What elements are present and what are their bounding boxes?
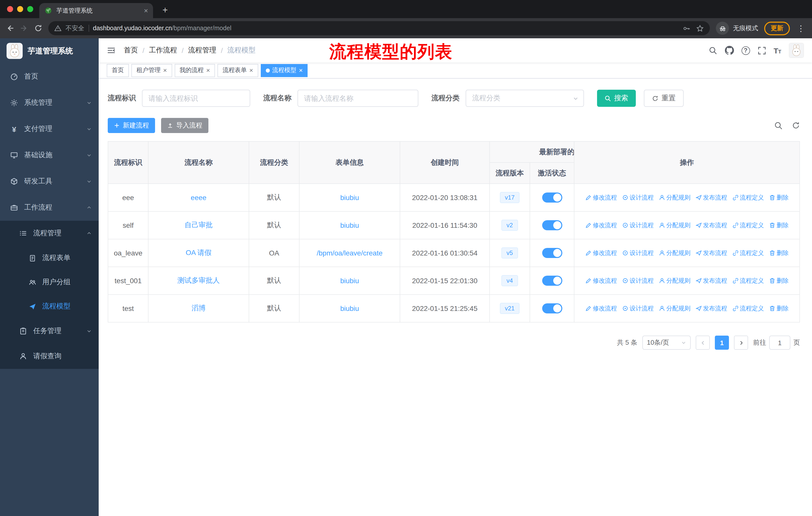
action-design-process[interactable]: 设计流程 bbox=[622, 193, 654, 202]
action-edit-process[interactable]: 修改流程 bbox=[585, 276, 617, 285]
action-process-definition[interactable]: 流程定义 bbox=[732, 193, 764, 202]
action-delete[interactable]: 删除 bbox=[769, 193, 789, 202]
forward-icon[interactable] bbox=[20, 24, 28, 32]
tag-home[interactable]: 首页 bbox=[107, 64, 129, 77]
reload-icon[interactable] bbox=[34, 24, 42, 32]
form-link[interactable]: biubiu bbox=[340, 221, 359, 229]
sidebar-item-process-model[interactable]: 流程模型 bbox=[0, 294, 99, 319]
close-icon[interactable]: × bbox=[249, 67, 253, 74]
action-design-process[interactable]: 设计流程 bbox=[622, 221, 654, 229]
tag-process-model[interactable]: 流程模型× bbox=[261, 64, 308, 77]
process-name-link[interactable]: 滔博 bbox=[192, 304, 206, 312]
action-edit-process[interactable]: 修改流程 bbox=[585, 221, 617, 229]
breadcrumb-workflow[interactable]: 工作流程 bbox=[149, 46, 177, 55]
breadcrumb-process-mgmt[interactable]: 流程管理 bbox=[188, 46, 216, 55]
search-button[interactable]: 搜索 bbox=[597, 90, 636, 107]
category-select[interactable]: 流程分类 bbox=[466, 90, 584, 107]
page-size-select[interactable]: 10条/页 bbox=[642, 335, 691, 350]
tag-my-process[interactable]: 我的流程× bbox=[174, 64, 215, 77]
action-publish-process[interactable]: 发布流程 bbox=[695, 276, 727, 285]
action-edit-process[interactable]: 修改流程 bbox=[585, 193, 617, 202]
action-publish-process[interactable]: 发布流程 bbox=[695, 221, 727, 229]
process-id-input[interactable] bbox=[142, 90, 250, 107]
chrome-update-button[interactable]: 更新 bbox=[764, 21, 790, 35]
action-publish-process[interactable]: 发布流程 bbox=[695, 304, 727, 313]
action-process-definition[interactable]: 流程定义 bbox=[732, 276, 764, 285]
action-publish-process[interactable]: 发布流程 bbox=[695, 249, 727, 257]
action-assign-rule[interactable]: 分配规则 bbox=[659, 304, 690, 313]
process-name-link[interactable]: 自己审批 bbox=[184, 221, 213, 229]
action-design-process[interactable]: 设计流程 bbox=[622, 276, 654, 285]
search-icon[interactable] bbox=[708, 46, 717, 55]
tag-tenant-mgmt[interactable]: 租户管理× bbox=[132, 64, 172, 77]
action-delete[interactable]: 删除 bbox=[769, 304, 789, 313]
sidebar-item-system[interactable]: 系统管理 bbox=[0, 90, 99, 116]
sidebar-item-home[interactable]: 首页 bbox=[0, 63, 99, 90]
process-name-link[interactable]: OA 请假 bbox=[186, 248, 212, 256]
fullscreen-icon[interactable] bbox=[757, 46, 766, 55]
sidebar-item-process-form[interactable]: 流程表单 bbox=[0, 246, 99, 270]
action-assign-rule[interactable]: 分配规则 bbox=[659, 221, 690, 229]
sidebar-item-payment[interactable]: ¥ 支付管理 bbox=[0, 116, 99, 142]
window-zoom-button[interactable] bbox=[27, 6, 33, 12]
sidebar-item-user-group[interactable]: 用户分组 bbox=[0, 270, 99, 294]
action-design-process[interactable]: 设计流程 bbox=[622, 249, 654, 257]
active-toggle[interactable] bbox=[542, 276, 562, 286]
action-edit-process[interactable]: 修改流程 bbox=[585, 304, 617, 313]
sidebar-item-task-mgmt[interactable]: 任务管理 bbox=[0, 319, 99, 344]
close-icon[interactable]: × bbox=[163, 67, 167, 74]
user-avatar[interactable] bbox=[789, 43, 804, 58]
reset-button[interactable]: 重置 bbox=[644, 90, 684, 107]
action-delete[interactable]: 删除 bbox=[769, 249, 789, 257]
password-key-icon[interactable] bbox=[683, 24, 690, 32]
action-delete[interactable]: 删除 bbox=[769, 221, 789, 229]
close-icon[interactable]: × bbox=[206, 67, 210, 74]
import-process-button[interactable]: 导入流程 bbox=[161, 118, 208, 133]
browser-menu-icon[interactable]: ⋮ bbox=[796, 23, 806, 33]
help-icon[interactable]: ? bbox=[741, 46, 750, 55]
toggle-search-icon[interactable] bbox=[774, 121, 783, 130]
prev-page-button[interactable] bbox=[696, 335, 710, 350]
back-icon[interactable] bbox=[6, 24, 14, 32]
process-name-input[interactable] bbox=[297, 90, 418, 107]
active-toggle[interactable] bbox=[542, 220, 562, 230]
action-edit-process[interactable]: 修改流程 bbox=[585, 249, 617, 257]
sidebar-toggle-icon[interactable] bbox=[107, 46, 116, 55]
action-design-process[interactable]: 设计流程 bbox=[622, 304, 654, 313]
sidebar-item-workflow[interactable]: 工作流程 bbox=[0, 194, 99, 221]
goto-page-input[interactable] bbox=[769, 335, 790, 350]
process-name-link[interactable]: eeee bbox=[191, 193, 206, 201]
breadcrumb-home[interactable]: 首页 bbox=[124, 46, 138, 55]
bookmark-star-icon[interactable] bbox=[696, 24, 704, 32]
browser-tab[interactable]: 芋道管理系统 × bbox=[39, 3, 153, 18]
action-assign-rule[interactable]: 分配规则 bbox=[659, 249, 690, 257]
active-toggle[interactable] bbox=[542, 248, 562, 258]
new-tab-button[interactable]: + bbox=[159, 4, 171, 16]
form-link[interactable]: /bpm/oa/leave/create bbox=[317, 249, 383, 257]
action-delete[interactable]: 删除 bbox=[769, 276, 789, 285]
process-name-link[interactable]: 测试多审批人 bbox=[177, 276, 220, 284]
form-link[interactable]: biubiu bbox=[340, 277, 359, 285]
github-icon[interactable] bbox=[725, 46, 734, 55]
create-process-button[interactable]: 新建流程 bbox=[108, 118, 155, 133]
active-toggle[interactable] bbox=[542, 192, 562, 202]
action-process-definition[interactable]: 流程定义 bbox=[732, 304, 764, 313]
sidebar-item-leave-query[interactable]: 请假查询 bbox=[0, 344, 99, 369]
tab-close-icon[interactable]: × bbox=[144, 7, 148, 14]
tag-process-form[interactable]: 流程表单× bbox=[218, 64, 258, 77]
form-link[interactable]: biubiu bbox=[340, 304, 359, 313]
action-process-definition[interactable]: 流程定义 bbox=[732, 221, 764, 229]
window-close-button[interactable] bbox=[7, 6, 13, 12]
action-assign-rule[interactable]: 分配规则 bbox=[659, 193, 690, 202]
action-process-definition[interactable]: 流程定义 bbox=[732, 249, 764, 257]
sidebar-item-process-mgmt[interactable]: 流程管理 bbox=[0, 221, 99, 246]
address-bar[interactable]: 不安全 dashboard.yudao.iocoder.cn/bpm/manag… bbox=[48, 21, 710, 35]
font-size-icon[interactable]: TT bbox=[774, 46, 781, 55]
refresh-table-icon[interactable] bbox=[792, 121, 800, 130]
close-icon[interactable]: × bbox=[299, 67, 303, 74]
active-toggle[interactable] bbox=[542, 303, 562, 314]
page-1-button[interactable]: 1 bbox=[715, 335, 729, 350]
security-label[interactable]: 不安全 bbox=[65, 24, 84, 32]
sidebar-item-infrastructure[interactable]: 基础设施 bbox=[0, 142, 99, 168]
window-minimize-button[interactable] bbox=[17, 6, 23, 12]
